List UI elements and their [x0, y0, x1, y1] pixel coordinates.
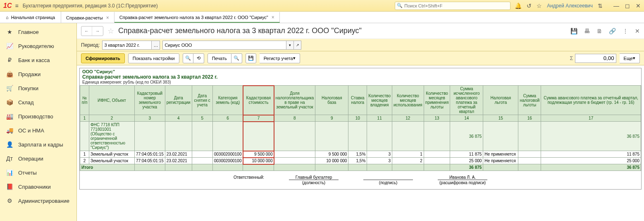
filter-icon[interactable]: ⇅: [598, 2, 603, 9]
signature-footer: Ответственный: Главный бухгалтер (должно…: [80, 171, 641, 189]
titlebar: 1C ≡ Бухгалтерия предприятия, редакция 3…: [0, 0, 644, 12]
tab-label: Справка-расчет земельного налога за 3 кв…: [119, 15, 268, 20]
period-input[interactable]: [102, 41, 152, 50]
group-row[interactable]: ФНС 7718 КПП 771801001 (Общество с огран…: [80, 122, 641, 151]
col-reg: Дата регистрации: [165, 86, 192, 115]
sidebar-item-reports[interactable]: 📊Отчеты: [0, 166, 76, 180]
minimize-icon[interactable]: —: [613, 2, 619, 9]
col-mown: Количество месяцев владения: [367, 86, 392, 115]
favorite-icon[interactable]: ☆: [107, 26, 114, 36]
content-header: ← → ☆ Справка-расчет земельного налога з…: [77, 23, 644, 39]
report-area[interactable]: ООО "Сириус" Справка-расчет земельного н…: [77, 65, 644, 221]
col-lg: Налоговая льгота: [483, 86, 518, 115]
print-icon[interactable]: 🖶: [584, 28, 590, 34]
sidebar-item-main[interactable]: ★Главное: [0, 25, 76, 39]
tab-close-icon[interactable]: ×: [106, 15, 109, 21]
page-title: Справка-расчет земельного налога за 3 кв…: [118, 26, 564, 35]
print-preview-button[interactable]: 🔍: [231, 53, 242, 63]
col-cad: Кадастровый номер земельного участка: [135, 86, 165, 115]
col-n: № п/п: [80, 86, 89, 115]
bars-icon: 📊: [6, 169, 13, 176]
sidebar-item-production[interactable]: 🏭Производство: [0, 109, 76, 123]
export-button[interactable]: 💾: [246, 53, 256, 63]
org-open-icon[interactable]: ↗: [294, 41, 301, 50]
col-share: Доля налогоплательщика в праве на земель…: [274, 86, 315, 115]
sum-field[interactable]: [575, 54, 616, 63]
logo-1c: 1C: [3, 2, 12, 10]
person-icon: 👤: [6, 141, 13, 148]
tab-current-report[interactable]: Справка-расчет земельного налога за 3 кв…: [114, 12, 280, 23]
find-button[interactable]: 🔍: [183, 53, 193, 63]
close-icon[interactable]: ✕: [636, 2, 641, 9]
col-s14: Сумма исчисленного авансового платежа за…: [450, 86, 483, 115]
nav-buttons: ← →: [81, 26, 103, 36]
col-cat: Категория земель (код): [212, 86, 243, 115]
tabs-row: ⌂ Начальная страница Справки-расчеты × С…: [0, 12, 644, 23]
link-icon[interactable]: 🔗: [609, 28, 616, 34]
col-mlg: Количество месяцев применения льготы: [424, 86, 450, 115]
ops-icon: Дт: [6, 155, 13, 162]
sidebar-item-hr[interactable]: 👤Зарплата и кадры: [0, 137, 76, 151]
user-name[interactable]: Андрей Алексеевич: [547, 3, 593, 9]
sidebar-item-manager[interactable]: 📈Руководителю: [0, 39, 76, 53]
menu-icon[interactable]: ≡: [15, 2, 18, 9]
search-box[interactable]: 🔍: [395, 2, 510, 10]
filter-row: Период: … ▾ ↗: [77, 39, 644, 51]
sidebar-item-assets[interactable]: 🚚ОС и НМА: [0, 123, 76, 137]
tab-home[interactable]: ⌂ Начальная страница: [0, 12, 61, 23]
col-s17: Сумма авансового платежа за отчетный ква…: [541, 86, 641, 115]
show-settings-button[interactable]: Показать настройки: [128, 53, 179, 63]
preview-icon[interactable]: 🗎: [596, 28, 602, 34]
ruble-icon: ₽: [6, 57, 13, 63]
total-row: Итого 36 875 36 875: [80, 164, 641, 171]
sidebar-item-admin[interactable]: ⚙Администрирование: [0, 194, 76, 208]
more-icon[interactable]: ⋮: [623, 28, 628, 34]
app-title: Бухгалтерия предприятия, редакция 3.0 (1…: [23, 3, 395, 9]
sidebar-item-sales[interactable]: 👜Продажи: [0, 67, 76, 81]
cart-icon: 🛒: [6, 85, 13, 91]
forward-button[interactable]: →: [92, 26, 103, 36]
report-table: № п/п ИФНС, Объект Кадастровый номер зем…: [80, 85, 641, 171]
star-icon: ★: [6, 29, 13, 35]
sidebar-item-operations[interactable]: ДтОперации: [0, 151, 76, 166]
sidebar-item-purchases[interactable]: 🛒Покупки: [0, 81, 76, 95]
table-row[interactable]: 2 Земельный участок 77:04:05:01:15 23.02…: [80, 158, 641, 164]
tab-close-icon[interactable]: ×: [272, 14, 274, 20]
bag-icon: 👜: [6, 71, 13, 77]
register-button[interactable]: Регистр учета ▾: [260, 53, 300, 63]
tab-reports[interactable]: Справки-расчеты ×: [61, 12, 114, 23]
sidebar-item-bank[interactable]: ₽Банк и касса: [0, 53, 76, 67]
col-base: Налоговая база: [315, 86, 348, 115]
org-input[interactable]: [162, 41, 286, 50]
table-row[interactable]: 1 Земельный участок 77:04:05:01:15 23.02…: [80, 151, 641, 158]
sidebar-item-refs[interactable]: 📕Справочники: [0, 180, 76, 194]
col-slg: Сумма налоговой льготы: [518, 86, 541, 115]
col-cost: Кадастровая стоимость: [243, 86, 274, 115]
truck-icon: 🚚: [6, 127, 13, 134]
search-input[interactable]: [404, 3, 508, 8]
home-icon: ⌂: [6, 15, 9, 20]
chart-icon: 📈: [6, 43, 13, 49]
back-button[interactable]: ←: [81, 26, 92, 36]
print-button[interactable]: Печать: [208, 53, 231, 63]
sigma-icon: Σ: [570, 55, 573, 61]
action-row: Сформировать Показать настройки 🔍 ⟲ Печа…: [77, 51, 644, 65]
save-icon[interactable]: 💾: [570, 28, 577, 34]
org-dropdown-icon[interactable]: ▾: [286, 41, 294, 50]
maximize-icon[interactable]: ◻: [625, 2, 630, 9]
col-muse: Количество месяцев использования: [392, 86, 424, 115]
refresh-button[interactable]: ⟲: [193, 53, 204, 63]
star-icon[interactable]: ☆: [537, 2, 542, 9]
close-panel-icon[interactable]: ✕: [635, 28, 640, 34]
bell-icon[interactable]: 🔔: [515, 2, 522, 9]
tab-home-label: Начальная страница: [11, 15, 55, 20]
sidebar-item-warehouse[interactable]: 📦Склад: [0, 95, 76, 109]
box-icon: 📦: [6, 99, 13, 106]
form-button[interactable]: Сформировать: [81, 53, 125, 63]
report-org: ООО "Сириус": [82, 69, 639, 74]
period-picker-button[interactable]: …: [152, 41, 160, 50]
book-icon: 📕: [6, 183, 13, 190]
more-button[interactable]: Еще ▾: [620, 53, 640, 63]
gear-icon: ⚙: [6, 197, 13, 204]
history-icon[interactable]: ↺: [527, 2, 532, 9]
